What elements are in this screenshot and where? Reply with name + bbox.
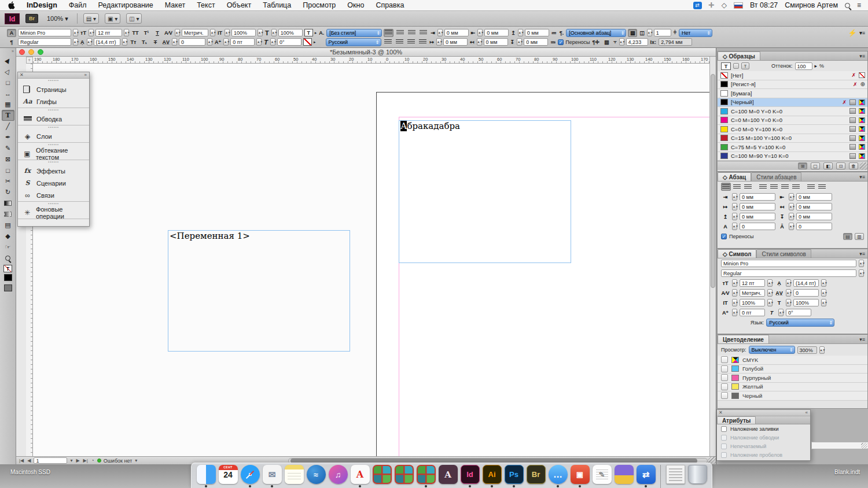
separation-row[interactable]: Пурпурный (718, 374, 867, 383)
menu-item-window[interactable]: Окно (341, 1, 370, 9)
menu-item-object[interactable]: Объект (221, 1, 258, 9)
baseline-stepper2[interactable]: ▲▼ (256, 38, 262, 46)
char-leading-field[interactable]: (14,4 пт) (793, 279, 819, 287)
char-tracking-stepper[interactable]: ▲▼ (786, 289, 791, 297)
para-right-stepper-0[interactable]: ▲▼ (789, 193, 794, 201)
content-collector-tool[interactable]: ▦ (2, 99, 14, 110)
para-left-field-2[interactable]: 0 мм (740, 213, 775, 220)
panel-group-handle[interactable]: ▪▪▪▪▪▪ (18, 160, 89, 165)
font-family-stepper[interactable]: ▲▼ (73, 29, 78, 36)
tint-arrow[interactable]: ▸ (815, 63, 818, 69)
separations-panel-menu-icon[interactable]: ▾≡ (859, 337, 865, 342)
horizontal-ruler[interactable]: 1901801701601501401301201101009080706050… (33, 57, 709, 64)
justify-button[interactable] (418, 29, 428, 37)
char-kerning-field[interactable]: Метрич. (740, 289, 765, 297)
right-indent-field[interactable]: 0 мм (484, 29, 509, 36)
swatches-panel-menu-icon[interactable]: ▾≡ (859, 53, 865, 59)
illustrator-icon[interactable]: Ai (482, 465, 502, 487)
tools-panel-collapse-icon[interactable]: » (0, 48, 16, 55)
attributes-close-icon[interactable]: ✕ (719, 410, 723, 415)
char-vscale-field[interactable]: 100% (740, 299, 765, 306)
gutter-field[interactable]: 4,233 (626, 38, 648, 46)
skew-field[interactable]: 0° (277, 38, 301, 46)
spotlight-search-icon[interactable] (845, 3, 850, 8)
apple-menu-icon[interactable] (8, 1, 15, 9)
ink-limit-field[interactable]: 300% (797, 346, 817, 354)
panel-button-scripts[interactable]: SСценарии (18, 177, 89, 189)
span-columns-button[interactable]: ▤ (843, 233, 852, 240)
line-tool[interactable]: ╱ (2, 121, 14, 132)
menubar-user[interactable]: Смирнов Артем (785, 1, 838, 9)
paragraph-hyphenate-checkbox[interactable]: ✓ (721, 234, 727, 239)
char-tracking-field[interactable]: 0 (793, 289, 819, 297)
type-tool[interactable]: T (2, 110, 14, 121)
panel-button-pages[interactable]: Страницы (18, 83, 89, 95)
tab-separations[interactable]: Цветоделение (718, 335, 769, 343)
openoffice-icon[interactable]: ≈ (306, 465, 326, 484)
selection-tool[interactable]: ▶ (2, 55, 14, 66)
baseline-stepper[interactable]: ▲▼ (223, 38, 229, 46)
menu-item-edit[interactable]: Редактирование (93, 1, 159, 9)
swatches-resize-grip[interactable] (860, 162, 867, 170)
calendar-icon[interactable]: СЕНТ24 (218, 465, 238, 484)
grid-app-3-icon[interactable] (416, 465, 436, 487)
para-right-field-3[interactable]: 0 (796, 223, 832, 230)
left-indent-stepper[interactable]: ▲▼ (437, 29, 443, 36)
char-leading-stepper[interactable]: ▲▼ (786, 279, 791, 287)
view-options-dropdown[interactable]: ▤ ▾ (83, 13, 99, 24)
leading-stepper[interactable]: ▲▼ (87, 38, 92, 46)
menu-item-file[interactable]: Файл (63, 1, 93, 9)
skew-stepper[interactable]: ▲▼ (270, 38, 275, 46)
menu-item-help[interactable]: Справка (370, 1, 410, 9)
diamond-menu-icon[interactable]: ◇ (722, 1, 727, 9)
font-size-field[interactable]: 12 пт (95, 29, 122, 36)
split-columns-button[interactable]: ▥ (855, 233, 864, 240)
text-frame-variable[interactable]: <Переменная 1> (168, 230, 350, 352)
text-format-button[interactable]: T (741, 62, 749, 69)
char-hscale-field[interactable]: 100% (793, 299, 819, 306)
columns-field[interactable]: 1 (654, 29, 671, 36)
span-dropdown[interactable]: Нет (679, 29, 712, 37)
separation-row[interactable]: Голубой (718, 365, 867, 374)
separation-row[interactable]: Желтый (718, 383, 867, 392)
panel-button-tasks[interactable]: ✳Фоновые операции (18, 206, 89, 219)
superscript-button[interactable]: T¹ (142, 29, 151, 37)
p-justify-all[interactable] (791, 183, 801, 191)
acrobat-pro-icon[interactable]: A (438, 465, 458, 484)
grid-app-2-icon[interactable] (394, 465, 414, 484)
menu-item-indesign[interactable]: InDesign (21, 1, 63, 9)
new-swatch-button[interactable]: ⊡ (836, 162, 845, 169)
char-style-field[interactable]: Regular (721, 269, 856, 277)
panel-dock-close-icon[interactable]: ✕ (20, 72, 24, 77)
font-size-stepper2[interactable]: ▲▼ (124, 29, 129, 36)
panel-button-glyphs[interactable]: АаГлифы (18, 95, 89, 108)
pencil-tool[interactable]: ✎ (2, 143, 14, 154)
separation-visibility-checkbox[interactable] (721, 365, 728, 372)
separations-view-dropdown[interactable]: Выключен (749, 346, 795, 354)
pen-tool[interactable]: ✒ (2, 132, 14, 143)
tracking-stepper[interactable]: ▲▼ (172, 38, 177, 46)
delete-swatch-button[interactable]: 🗑 (849, 162, 858, 169)
baseline-shift-field[interactable]: 0 пт (230, 38, 255, 46)
quick-apply-icon[interactable]: ⚡ (847, 29, 857, 37)
leading-stepper2[interactable]: ▲▼ (122, 38, 127, 46)
space-before-stepper[interactable]: ▲▼ (518, 29, 523, 36)
control-panel-menu-icon[interactable]: ▾≡ (859, 30, 866, 36)
page-tool[interactable]: □ (2, 77, 14, 88)
panel-group-handle[interactable]: ▪▪▪▪▪▪ (18, 108, 89, 113)
para-left-field-1[interactable]: 0 мм (740, 203, 775, 210)
para-left-field-0[interactable]: 0 мм (740, 193, 775, 201)
selected-character[interactable]: А (400, 121, 407, 131)
text-frame-abrakadabra[interactable]: Абракадабра (399, 120, 571, 263)
move-menu-icon[interactable]: ✛ (709, 1, 715, 9)
trash-icon[interactable] (687, 465, 707, 484)
align-center-button[interactable] (395, 29, 405, 37)
space-after-stepper[interactable]: ▲▼ (517, 38, 522, 46)
tab-character[interactable]: ◇ Символ (718, 249, 756, 258)
underline-button[interactable]: T (153, 29, 162, 37)
p-align-right[interactable] (743, 183, 753, 191)
grid-app-1-icon[interactable] (372, 465, 392, 484)
space-before-field[interactable]: 0 мм (525, 29, 549, 36)
separation-row[interactable]: Черный (718, 391, 867, 401)
char-language-dropdown[interactable]: Русский (766, 319, 834, 327)
